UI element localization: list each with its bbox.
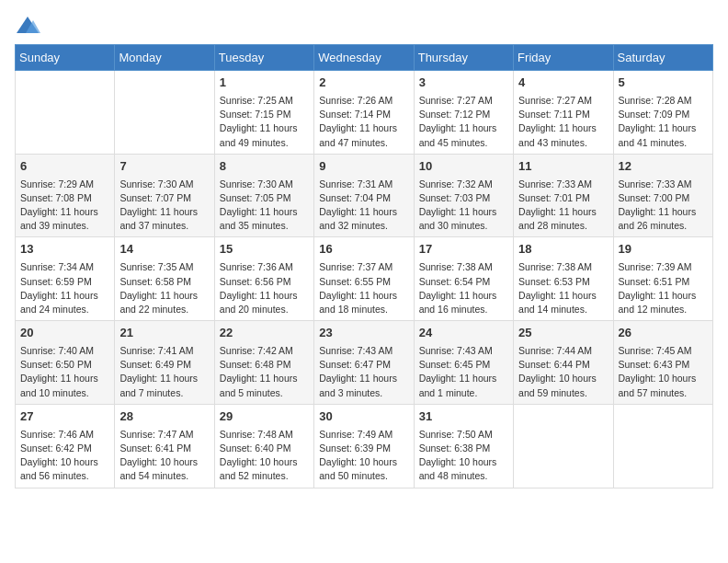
calendar-cell: 2Sunrise: 7:26 AM Sunset: 7:14 PM Daylig… <box>314 71 414 155</box>
calendar-week-4: 20Sunrise: 7:40 AM Sunset: 6:50 PM Dayli… <box>16 321 713 405</box>
day-info: Sunrise: 7:34 AM Sunset: 6:59 PM Dayligh… <box>20 260 109 316</box>
calendar-cell: 1Sunrise: 7:25 AM Sunset: 7:15 PM Daylig… <box>214 71 313 155</box>
day-number: 16 <box>319 241 408 259</box>
calendar-cell: 13Sunrise: 7:34 AM Sunset: 6:59 PM Dayli… <box>16 237 115 321</box>
calendar-week-3: 13Sunrise: 7:34 AM Sunset: 6:59 PM Dayli… <box>16 237 713 321</box>
calendar-cell: 5Sunrise: 7:28 AM Sunset: 7:09 PM Daylig… <box>613 71 712 155</box>
day-number: 1 <box>220 75 309 92</box>
day-number: 26 <box>619 325 708 342</box>
calendar-cell: 23Sunrise: 7:43 AM Sunset: 6:47 PM Dayli… <box>314 321 414 405</box>
day-info: Sunrise: 7:46 AM Sunset: 6:42 PM Dayligh… <box>20 428 109 484</box>
day-number: 17 <box>419 241 508 259</box>
day-header-wednesday: Wednesday <box>314 45 414 71</box>
day-header-tuesday: Tuesday <box>214 45 313 71</box>
day-info: Sunrise: 7:32 AM Sunset: 7:03 PM Dayligh… <box>419 178 508 234</box>
day-number: 24 <box>419 325 508 342</box>
day-info: Sunrise: 7:25 AM Sunset: 7:15 PM Dayligh… <box>220 94 309 150</box>
day-info: Sunrise: 7:29 AM Sunset: 7:08 PM Dayligh… <box>20 178 109 234</box>
calendar-cell: 16Sunrise: 7:37 AM Sunset: 6:55 PM Dayli… <box>314 237 414 321</box>
day-number: 30 <box>319 408 408 426</box>
day-info: Sunrise: 7:31 AM Sunset: 7:04 PM Dayligh… <box>319 178 408 234</box>
calendar-header: SundayMondayTuesdayWednesdayThursdayFrid… <box>16 45 713 71</box>
day-info: Sunrise: 7:49 AM Sunset: 6:39 PM Dayligh… <box>319 428 408 484</box>
day-number: 10 <box>419 158 508 176</box>
calendar-cell: 3Sunrise: 7:27 AM Sunset: 7:12 PM Daylig… <box>414 71 513 155</box>
calendar-cell: 4Sunrise: 7:27 AM Sunset: 7:11 PM Daylig… <box>514 71 613 155</box>
day-number: 29 <box>220 408 309 426</box>
calendar-cell <box>115 71 214 155</box>
day-info: Sunrise: 7:50 AM Sunset: 6:38 PM Dayligh… <box>419 428 508 484</box>
calendar-cell: 7Sunrise: 7:30 AM Sunset: 7:07 PM Daylig… <box>115 154 214 237</box>
day-number: 25 <box>518 325 608 342</box>
day-info: Sunrise: 7:45 AM Sunset: 6:43 PM Dayligh… <box>619 344 708 400</box>
day-info: Sunrise: 7:44 AM Sunset: 6:44 PM Dayligh… <box>518 344 608 400</box>
calendar-week-5: 27Sunrise: 7:46 AM Sunset: 6:42 PM Dayli… <box>16 404 713 488</box>
calendar-cell: 22Sunrise: 7:42 AM Sunset: 6:48 PM Dayli… <box>214 321 313 405</box>
calendar-cell: 27Sunrise: 7:46 AM Sunset: 6:42 PM Dayli… <box>16 404 115 488</box>
day-number: 28 <box>119 408 209 426</box>
calendar-week-1: 1Sunrise: 7:25 AM Sunset: 7:15 PM Daylig… <box>16 71 713 155</box>
calendar-cell: 17Sunrise: 7:38 AM Sunset: 6:54 PM Dayli… <box>414 237 513 321</box>
day-number: 9 <box>319 158 408 176</box>
day-number: 21 <box>119 325 209 342</box>
day-header-thursday: Thursday <box>414 45 513 71</box>
calendar-week-2: 6Sunrise: 7:29 AM Sunset: 7:08 PM Daylig… <box>16 154 713 237</box>
day-info: Sunrise: 7:36 AM Sunset: 6:56 PM Dayligh… <box>220 260 309 316</box>
calendar-table: SundayMondayTuesdayWednesdayThursdayFrid… <box>15 44 713 488</box>
day-number: 31 <box>419 408 508 426</box>
day-number: 2 <box>319 75 408 92</box>
day-number: 23 <box>319 325 408 342</box>
calendar-cell: 25Sunrise: 7:44 AM Sunset: 6:44 PM Dayli… <box>514 321 613 405</box>
day-number: 22 <box>220 325 309 342</box>
day-number: 12 <box>619 158 708 176</box>
day-info: Sunrise: 7:26 AM Sunset: 7:14 PM Dayligh… <box>319 94 408 150</box>
calendar-cell: 21Sunrise: 7:41 AM Sunset: 6:49 PM Dayli… <box>115 321 214 405</box>
calendar-cell: 9Sunrise: 7:31 AM Sunset: 7:04 PM Daylig… <box>314 154 414 237</box>
day-info: Sunrise: 7:27 AM Sunset: 7:11 PM Dayligh… <box>518 94 608 150</box>
day-header-saturday: Saturday <box>613 45 712 71</box>
day-header-sunday: Sunday <box>16 45 115 71</box>
logo <box>15 15 44 37</box>
calendar-cell: 8Sunrise: 7:30 AM Sunset: 7:05 PM Daylig… <box>214 154 313 237</box>
day-info: Sunrise: 7:40 AM Sunset: 6:50 PM Dayligh… <box>20 344 109 400</box>
day-number: 18 <box>518 241 608 259</box>
day-header-monday: Monday <box>115 45 214 71</box>
calendar-cell: 31Sunrise: 7:50 AM Sunset: 6:38 PM Dayli… <box>414 404 513 488</box>
day-info: Sunrise: 7:39 AM Sunset: 6:51 PM Dayligh… <box>619 260 708 316</box>
day-info: Sunrise: 7:38 AM Sunset: 6:53 PM Dayligh… <box>518 260 608 316</box>
day-info: Sunrise: 7:42 AM Sunset: 6:48 PM Dayligh… <box>220 344 309 400</box>
day-number: 5 <box>619 75 708 92</box>
day-info: Sunrise: 7:41 AM Sunset: 6:49 PM Dayligh… <box>119 344 209 400</box>
day-number: 13 <box>20 241 109 259</box>
day-info: Sunrise: 7:28 AM Sunset: 7:09 PM Dayligh… <box>619 94 708 150</box>
day-number: 15 <box>220 241 309 259</box>
day-number: 3 <box>419 75 508 92</box>
calendar-cell: 28Sunrise: 7:47 AM Sunset: 6:41 PM Dayli… <box>115 404 214 488</box>
day-number: 27 <box>20 408 109 426</box>
page-header <box>15 15 713 37</box>
day-info: Sunrise: 7:47 AM Sunset: 6:41 PM Dayligh… <box>119 428 209 484</box>
day-number: 8 <box>220 158 309 176</box>
day-info: Sunrise: 7:33 AM Sunset: 7:00 PM Dayligh… <box>619 178 708 234</box>
calendar-cell <box>514 404 613 488</box>
day-number: 4 <box>518 75 608 92</box>
day-info: Sunrise: 7:43 AM Sunset: 6:47 PM Dayligh… <box>319 344 408 400</box>
calendar-cell: 19Sunrise: 7:39 AM Sunset: 6:51 PM Dayli… <box>613 237 712 321</box>
calendar-cell: 20Sunrise: 7:40 AM Sunset: 6:50 PM Dayli… <box>16 321 115 405</box>
day-info: Sunrise: 7:43 AM Sunset: 6:45 PM Dayligh… <box>419 344 508 400</box>
calendar-cell: 6Sunrise: 7:29 AM Sunset: 7:08 PM Daylig… <box>16 154 115 237</box>
day-info: Sunrise: 7:33 AM Sunset: 7:01 PM Dayligh… <box>518 178 608 234</box>
day-number: 19 <box>619 241 708 259</box>
day-number: 14 <box>119 241 209 259</box>
calendar-cell: 14Sunrise: 7:35 AM Sunset: 6:58 PM Dayli… <box>115 237 214 321</box>
calendar-cell: 29Sunrise: 7:48 AM Sunset: 6:40 PM Dayli… <box>214 404 313 488</box>
calendar-cell: 11Sunrise: 7:33 AM Sunset: 7:01 PM Dayli… <box>514 154 613 237</box>
day-info: Sunrise: 7:48 AM Sunset: 6:40 PM Dayligh… <box>220 428 309 484</box>
day-info: Sunrise: 7:30 AM Sunset: 7:07 PM Dayligh… <box>119 178 209 234</box>
day-info: Sunrise: 7:30 AM Sunset: 7:05 PM Dayligh… <box>220 178 309 234</box>
day-header-friday: Friday <box>514 45 613 71</box>
day-number: 6 <box>20 158 109 176</box>
calendar-cell: 10Sunrise: 7:32 AM Sunset: 7:03 PM Dayli… <box>414 154 513 237</box>
calendar-cell <box>16 71 115 155</box>
calendar-cell: 12Sunrise: 7:33 AM Sunset: 7:00 PM Dayli… <box>613 154 712 237</box>
